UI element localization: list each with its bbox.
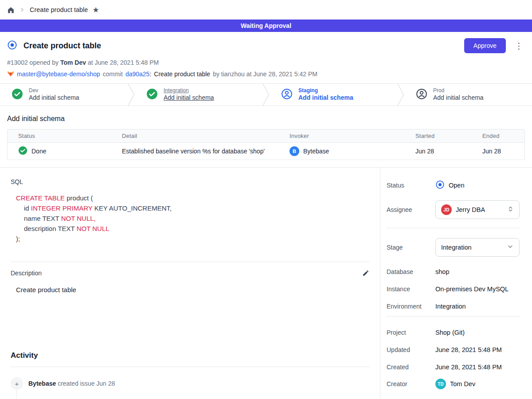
task-table-header: Status Detail Invoker Started Ended (8, 129, 524, 143)
unfold-select-icon (507, 206, 514, 214)
created-value: June 28, 2021 5:48 PM (435, 364, 520, 371)
activity-heading: Activity (11, 351, 369, 360)
col-invoker: Invoker (279, 133, 405, 139)
col-detail: Detail (111, 133, 279, 139)
issue-sidebar: Status Open Assignee JD Jerry DBA Stage (380, 168, 532, 399)
home-icon[interactable] (7, 6, 15, 14)
stage-env-label: Prod (433, 87, 484, 94)
stage-task-label: Add initial schema (29, 94, 79, 102)
divider (11, 262, 369, 262)
avatar: B (289, 146, 299, 156)
task-section: Add initial schema Status Detail Invoker… (0, 106, 532, 167)
pipeline-stage-staging[interactable]: Staging Add initial schema (270, 84, 397, 106)
task-started-cell: Jun 28 (405, 148, 472, 155)
stage-select[interactable]: Integration (435, 238, 520, 257)
creator-label: Creator (387, 380, 435, 387)
creator-name: Tom Dev (450, 380, 475, 387)
updated-label: Updated (387, 346, 435, 353)
commit-line: master@bytebase-demo/shop commit da90a25… (7, 70, 525, 78)
instance-label: Instance (387, 286, 435, 293)
table-row[interactable]: Done Established baseline version %s for… (8, 143, 524, 160)
user-circle-icon (281, 88, 293, 102)
pipeline-stage-bar: Dev Add initial schema Integration Add i… (0, 83, 532, 106)
task-table: Status Detail Invoker Started Ended Done… (7, 129, 525, 160)
description-text: Create product table (16, 286, 369, 293)
stage-env-label: Dev (29, 87, 79, 94)
invoker-name: Bytebase (303, 148, 329, 155)
user-circle-icon (416, 88, 427, 102)
project-value: Shop (Git) (435, 329, 520, 336)
sql-label: SQL (11, 178, 369, 185)
avatar: TD (435, 379, 446, 389)
commit-branch-link[interactable]: master@bytebase-demo/shop (17, 70, 100, 78)
approve-button[interactable]: Approve (464, 38, 506, 53)
environment-value: Integration (435, 303, 520, 310)
kebab-menu-icon[interactable]: ⋮ (513, 41, 525, 51)
check-circle-icon (146, 88, 158, 102)
pipeline-stage-prod[interactable]: Prod Add initial schema (404, 84, 532, 106)
col-ended: Ended (472, 133, 524, 139)
col-status: Status (8, 133, 111, 139)
issue-open-radio-icon (7, 40, 17, 52)
check-circle-icon (18, 146, 27, 156)
chevron-down-icon (507, 243, 514, 252)
assignee-label: Assignee (387, 206, 435, 213)
description-label: Description (11, 270, 42, 277)
stage-task-label: Add initial schema (433, 94, 484, 102)
chevron-right-icon (19, 7, 25, 13)
commit-message: Create product table (154, 70, 210, 78)
edit-pencil-icon[interactable] (362, 270, 369, 277)
divider (387, 316, 520, 317)
plus-icon: + (11, 377, 23, 390)
created-label: Created (387, 364, 435, 371)
task-section-title: Add initial schema (7, 115, 525, 123)
updated-value: June 28, 2021 5:48 PM (435, 346, 520, 353)
task-detail-cell: Established baseline version %s for data… (111, 148, 279, 155)
breadcrumb-page-title: Create product table (30, 6, 88, 13)
stage-env-label: Staging (298, 87, 353, 94)
issue-author: Tom Dev (60, 59, 86, 66)
activity-thread-line (16, 390, 17, 399)
breadcrumb: Create product table ★ (0, 0, 532, 20)
status-banner: Waiting Approval (0, 20, 532, 32)
issue-meta: #13002 opened by Tom Dev at June 28, 202… (7, 59, 525, 66)
stage-task-label: Add initial schema (298, 94, 353, 102)
issue-header: Create product table Approve ⋮ #13002 op… (0, 32, 532, 83)
environment-label: Environment (387, 303, 435, 310)
task-status-cell: Done (8, 146, 111, 156)
stage-env-label: Integration (164, 87, 214, 94)
task-invoker-cell: B Bytebase (279, 146, 405, 156)
sql-statement: CREATE TABLE product ( id INTEGER PRIMAR… (16, 193, 369, 244)
avatar: JD (441, 204, 452, 215)
assignee-select[interactable]: JD Jerry DBA (435, 200, 520, 219)
activity-actor: Bytebase (28, 380, 56, 387)
stage-label: Stage (387, 244, 435, 251)
status-banner-text: Waiting Approval (241, 22, 291, 29)
database-value: shop (435, 268, 520, 275)
main-panel: SQL CREATE TABLE product ( id INTEGER PR… (0, 168, 380, 399)
issue-open-radio-icon (435, 180, 445, 191)
instance-value: On-premises Dev MySQL (435, 286, 520, 293)
stage-separator-chevron (128, 84, 135, 106)
page-title: Create product table (23, 41, 101, 51)
divider (387, 228, 520, 228)
divider (11, 367, 369, 367)
stage-separator-chevron (397, 84, 404, 106)
activity-item: + Bytebase created issue Jun 28 (11, 377, 369, 390)
database-label: Database (387, 268, 435, 275)
star-icon[interactable]: ★ (92, 6, 99, 14)
task-status-text: Done (31, 148, 46, 155)
status-value: Open (435, 180, 520, 191)
commit-hash-link[interactable]: da90a25 (125, 70, 150, 78)
stage-task-label: Add initial schema (164, 94, 214, 102)
check-circle-icon (12, 88, 23, 102)
col-started: Started (405, 133, 472, 139)
gitlab-icon (7, 70, 14, 78)
status-label: Status (387, 182, 435, 189)
stage-value: Integration (441, 244, 503, 251)
pipeline-stage-dev[interactable]: Dev Add initial schema (0, 84, 128, 106)
task-ended-cell: Jun 28 (472, 148, 524, 155)
pipeline-stage-integration[interactable]: Integration Add initial schema (135, 84, 262, 106)
project-label: Project (387, 329, 435, 336)
creator-value: TD Tom Dev (435, 379, 520, 389)
